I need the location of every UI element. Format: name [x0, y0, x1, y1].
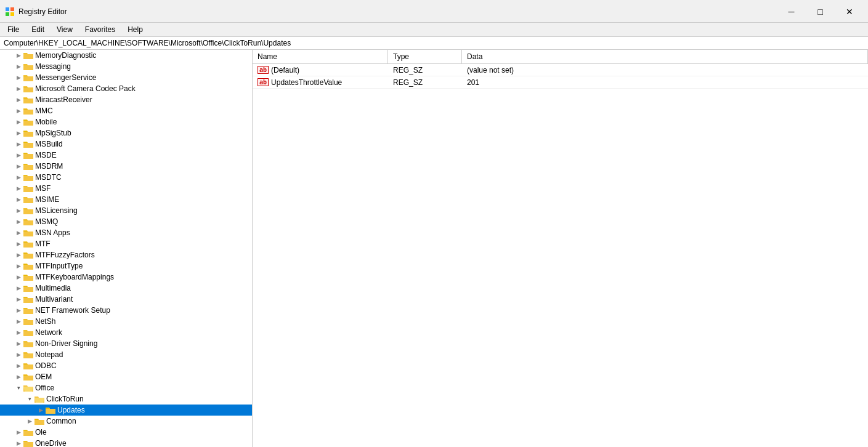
tree-item-nondriversigning[interactable]: ▶Non-Driver Signing [0, 338, 252, 349]
tree-item-msbuild[interactable]: ▶MSBuild [0, 139, 252, 150]
tree-label-msime: MSIME [35, 195, 59, 204]
tree-item-msdrm[interactable]: ▶MSDRM [0, 161, 252, 172]
close-button[interactable]: ✕ [835, 4, 863, 20]
folder-icon-odbc [23, 361, 33, 370]
minimize-button[interactable]: ─ [777, 4, 805, 20]
tree-item-mslicensing[interactable]: ▶MSLicensing [0, 205, 252, 216]
folder-icon-msime [23, 195, 33, 204]
expand-arrow-multivariant[interactable]: ▶ [14, 294, 23, 304]
expand-arrow-multimedia[interactable]: ▶ [14, 283, 23, 293]
expand-arrow-msdtc[interactable]: ▶ [14, 172, 23, 182]
col-data-header: Data [462, 50, 868, 63]
tree-item-clicktorun[interactable]: ▾ClickToRun [0, 393, 252, 405]
registry-value-data: 201 [462, 77, 868, 88]
expand-arrow-mslicensing[interactable]: ▶ [14, 206, 23, 215]
expand-arrow-messengerservice[interactable]: ▶ [14, 73, 23, 83]
maximize-button[interactable]: □ [806, 4, 834, 20]
expand-arrow-msdrm[interactable]: ▶ [14, 161, 23, 171]
tree-item-ole[interactable]: ▶Ole [0, 427, 252, 438]
tree-item-mtf[interactable]: ▶MTF [0, 238, 252, 249]
folder-icon-notepad [23, 350, 33, 359]
tree-item-miracastreceiver[interactable]: ▶MiracastReceiver [0, 94, 252, 105]
expand-arrow-mtffuzzyfactors[interactable]: ▶ [14, 250, 23, 260]
tree-label-mmc: MMC [35, 107, 53, 115]
registry-row[interactable]: abUpdatesThrottleValueREG_SZ201 [253, 76, 868, 89]
expand-arrow-msf[interactable]: ▶ [14, 183, 23, 193]
folder-icon-multivariant [23, 295, 33, 304]
expand-arrow-mtfinputtype[interactable]: ▶ [14, 261, 23, 271]
tree-item-mtffuzzyfactors[interactable]: ▶MTFFuzzyFactors [0, 249, 252, 260]
expand-arrow-mpsigstub[interactable]: ▶ [14, 128, 23, 138]
right-pane: Name Type Data ab(Default)REG_SZ(value n… [253, 50, 868, 447]
folder-icon-mtfinputtype [23, 262, 33, 270]
tree-item-onedrive[interactable]: ▶OneDrive [0, 438, 252, 447]
expand-arrow-common[interactable]: ▶ [25, 416, 34, 426]
expand-arrow-messaging[interactable]: ▶ [14, 62, 23, 71]
expand-arrow-clicktorun[interactable]: ▾ [25, 394, 34, 404]
tree-item-mmc[interactable]: ▶MMC [0, 105, 252, 116]
tree-item-netframeworksetup[interactable]: ▶NET Framework Setup [0, 305, 252, 316]
expand-arrow-oem[interactable]: ▶ [14, 372, 23, 382]
expand-arrow-memorydiagnostic[interactable]: ▶ [14, 50, 23, 60]
expand-arrow-msnapps[interactable]: ▶ [14, 228, 23, 238]
tree-item-msf[interactable]: ▶MSF [0, 183, 252, 194]
expand-arrow-ole[interactable]: ▶ [14, 427, 23, 437]
tree-item-mtfkeyboardmappings[interactable]: ▶MTFKeyboardMappings [0, 272, 252, 283]
expand-arrow-network[interactable]: ▶ [14, 328, 23, 337]
tree-label-mslicensing: MSLicensing [35, 206, 78, 215]
tree-item-msdtc[interactable]: ▶MSDTC [0, 172, 252, 183]
expand-arrow-nondriversigning[interactable]: ▶ [14, 339, 23, 348]
expand-arrow-odbc[interactable]: ▶ [14, 361, 23, 371]
col-type-header: Type [388, 50, 462, 63]
expand-arrow-mtf[interactable]: ▶ [14, 239, 23, 249]
tree-item-network[interactable]: ▶Network [0, 327, 252, 338]
tree-label-mtffuzzyfactors: MTFFuzzyFactors [35, 251, 95, 259]
expand-arrow-miracastreceiver[interactable]: ▶ [14, 95, 23, 105]
registry-header: Name Type Data [253, 50, 868, 64]
tree-item-oem[interactable]: ▶OEM [0, 371, 252, 382]
expand-arrow-office[interactable]: ▾ [14, 383, 23, 393]
expand-arrow-updates[interactable]: ▶ [36, 405, 46, 415]
tree-item-updates[interactable]: ▶Updates [0, 405, 252, 416]
expand-arrow-msde[interactable]: ▶ [14, 150, 23, 160]
tree-label-miracastreceiver: MiracastReceiver [35, 95, 92, 104]
expand-arrow-msbuild[interactable]: ▶ [14, 139, 23, 149]
tree-item-mpsigstub[interactable]: ▶MpSigStub [0, 127, 252, 139]
menu-item-help[interactable]: Help [123, 24, 148, 35]
tree-item-memorydiagnostic[interactable]: ▶MemoryDiagnostic [0, 50, 252, 61]
menu-item-file[interactable]: File [2, 24, 24, 35]
tree-item-messaging[interactable]: ▶Messaging [0, 61, 252, 72]
tree-item-common[interactable]: ▶Common [0, 416, 252, 427]
expand-arrow-msime[interactable]: ▶ [14, 195, 23, 204]
menu-item-favorites[interactable]: Favorites [80, 24, 120, 35]
tree-item-msde[interactable]: ▶MSDE [0, 150, 252, 161]
menu-item-edit[interactable]: Edit [26, 24, 49, 35]
expand-arrow-notepad[interactable]: ▶ [14, 350, 23, 360]
tree-item-msnapps[interactable]: ▶MSN Apps [0, 227, 252, 238]
tree-item-multivariant[interactable]: ▶Multivariant [0, 294, 252, 305]
tree-item-notepad[interactable]: ▶Notepad [0, 349, 252, 360]
tree-item-microsoftcameracodecpack[interactable]: ▶Microsoft Camera Codec Pack [0, 83, 252, 94]
expand-arrow-onedrive[interactable]: ▶ [14, 438, 23, 447]
tree-item-multimedia[interactable]: ▶Multimedia [0, 283, 252, 294]
tree-label-multimedia: Multimedia [35, 284, 71, 292]
tree-label-odbc: ODBC [35, 361, 57, 370]
expand-arrow-microsoftcameracodecpack[interactable]: ▶ [14, 84, 23, 94]
menu-item-view[interactable]: View [52, 24, 78, 35]
registry-row[interactable]: ab(Default)REG_SZ(value not set) [253, 64, 868, 76]
tree-item-mtfinputtype[interactable]: ▶MTFInputType [0, 260, 252, 272]
expand-arrow-msmq[interactable]: ▶ [14, 217, 23, 227]
tree-item-odbc[interactable]: ▶ODBC [0, 360, 252, 371]
tree-item-messengerservice[interactable]: ▶MessengerService [0, 72, 252, 83]
expand-arrow-mtfkeyboardmappings[interactable]: ▶ [14, 272, 23, 282]
folder-icon-network [23, 328, 33, 337]
expand-arrow-netframeworksetup[interactable]: ▶ [14, 305, 23, 315]
tree-item-msime[interactable]: ▶MSIME [0, 194, 252, 205]
expand-arrow-mobile[interactable]: ▶ [14, 117, 23, 127]
tree-item-mobile[interactable]: ▶Mobile [0, 116, 252, 127]
tree-item-netsh[interactable]: ▶NetSh [0, 316, 252, 327]
tree-item-msmq[interactable]: ▶MSMQ [0, 216, 252, 227]
tree-item-office[interactable]: ▾Office [0, 382, 252, 393]
expand-arrow-mmc[interactable]: ▶ [14, 106, 23, 116]
expand-arrow-netsh[interactable]: ▶ [14, 316, 23, 326]
